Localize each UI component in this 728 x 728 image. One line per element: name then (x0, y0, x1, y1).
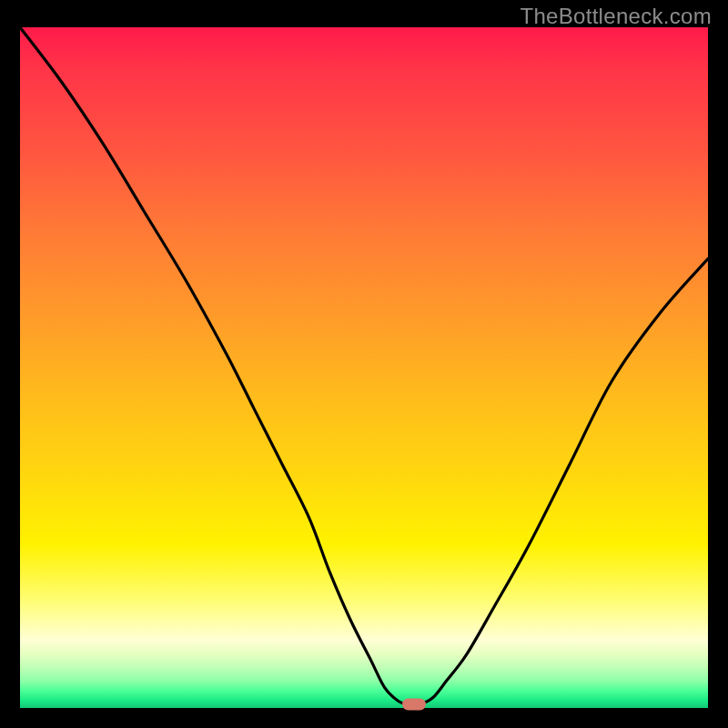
watermark-text: TheBottleneck.com (520, 4, 712, 29)
plot-area (20, 27, 708, 708)
optimal-marker (402, 699, 426, 711)
chart-frame: TheBottleneck.com (0, 0, 728, 728)
gradient-background (20, 27, 708, 708)
